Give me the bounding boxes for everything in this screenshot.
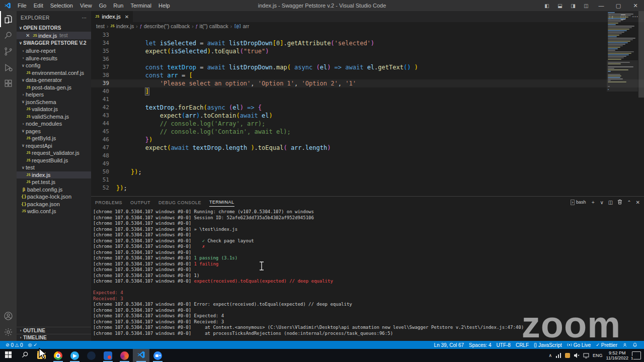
network-icon[interactable] xyxy=(583,352,589,358)
clock[interactable]: 9:52 PM 11/16/2022 xyxy=(606,350,628,360)
close-panel-icon[interactable]: ✕ xyxy=(636,200,640,205)
kill-terminal-icon[interactable] xyxy=(617,199,622,206)
volume-icon[interactable] xyxy=(574,352,580,358)
tree-item-pages[interactable]: ∨pages xyxy=(17,128,91,135)
code-line[interactable]: 49 xyxy=(91,160,644,168)
panel-tab-problems[interactable]: PROBLEMS xyxy=(95,198,122,207)
taskbar-app-app-photos[interactable] xyxy=(116,349,133,362)
language-indicator[interactable]: ENG xyxy=(593,353,603,358)
breadcrumb-item[interactable]: ƒdescribe('') callback xyxy=(140,23,190,29)
code-line[interactable]: 46 }) xyxy=(91,136,644,144)
code-line[interactable]: 34 let isSelected = await listDropDown[0… xyxy=(91,39,644,47)
tree-item-babel-config-js[interactable]: βbabel.config.js xyxy=(17,186,91,194)
tree-item-environmental-conf-js[interactable]: JSenvironmental.conf.js xyxy=(17,69,91,77)
open-editor-item[interactable]: ✕JSindex.jstest xyxy=(17,32,91,39)
taskbar-app-search[interactable] xyxy=(17,349,33,362)
terminal-dropdown-icon[interactable]: ∨ xyxy=(600,200,603,205)
tree-item-allure-report[interactable]: ›allure-report xyxy=(17,47,91,55)
menu-go[interactable]: Go xyxy=(96,0,110,11)
status-utf-8[interactable]: UTF-8 xyxy=(494,342,513,348)
code-line[interactable]: 44 // console.log('Array', arr); xyxy=(91,120,644,128)
tree-item-requestbuild-js[interactable]: JSrequestBuild.js xyxy=(17,157,91,164)
menu-view[interactable]: View xyxy=(76,0,96,11)
taskbar-app-start[interactable] xyxy=(0,349,17,362)
close-button[interactable]: ✕ xyxy=(627,0,644,11)
menu-help[interactable]: Help xyxy=(155,0,174,11)
split-terminal-icon[interactable]: ◫ xyxy=(608,200,613,205)
code-line[interactable]: 52}); xyxy=(91,184,644,192)
tree-item-validschema-js[interactable]: JSvalidSchema.js xyxy=(17,113,91,121)
account-icon[interactable] xyxy=(0,308,17,324)
code-line[interactable]: 37 const textDrop = await listDropDown.m… xyxy=(91,63,644,71)
code-line[interactable]: 51 xyxy=(91,176,644,184)
breadcrumb-item[interactable]: [@]arr xyxy=(234,23,249,29)
code-line[interactable]: 42 textDrop.forEach(async (el) => { xyxy=(91,104,644,112)
toggle-secondary-sidebar-icon[interactable]: ◨ xyxy=(567,3,580,9)
code-line[interactable]: 38 const arr = [ xyxy=(91,71,644,79)
panel-tab-debug-console[interactable]: DEBUG CONSOLE xyxy=(158,198,201,207)
tree-item-node-modules[interactable]: ›node_modules xyxy=(17,120,91,128)
taskbar-app-zoom[interactable] xyxy=(149,349,166,362)
tree-item-test[interactable]: ∨test xyxy=(17,164,91,171)
taskbar-app-app-media[interactable] xyxy=(100,349,116,362)
minimap-viewport[interactable] xyxy=(607,60,638,92)
menu-run[interactable]: Run xyxy=(110,0,127,11)
taskbar-app-telegram[interactable] xyxy=(66,349,83,362)
source-control-icon[interactable] xyxy=(0,43,17,59)
breadcrumb-item[interactable]: ƒit('') callback xyxy=(196,23,228,29)
problems-status[interactable]: ⊘ 0 △ 0 xyxy=(3,342,26,348)
breadcrumb-item[interactable]: JSindex.js xyxy=(110,23,134,29)
minimize-button[interactable]: — xyxy=(593,0,610,11)
action-center-icon[interactable]: 1 xyxy=(632,351,641,359)
minimap[interactable] xyxy=(608,12,637,90)
tab-close-icon[interactable]: ✕ xyxy=(125,14,129,20)
menu-file[interactable]: File xyxy=(14,0,30,11)
tree-item-jsonschema[interactable]: ∨jsonSchema xyxy=(17,99,91,106)
taskbar-app-app-dark[interactable] xyxy=(83,349,100,362)
code-line[interactable]: 33 xyxy=(91,31,644,39)
tray-expand-icon[interactable]: ∧ xyxy=(549,353,552,358)
code-line[interactable]: 45 // console.log('Contain', await el); xyxy=(91,128,644,136)
tray-app-icon[interactable] xyxy=(565,353,570,358)
taskbar-app-chrome[interactable] xyxy=(50,349,66,362)
menu-edit[interactable]: Edit xyxy=(30,0,47,11)
tree-item-package-json[interactable]: {}package.json xyxy=(17,201,91,208)
open-editors-section[interactable]: ∨ OPEN EDITORS xyxy=(17,24,91,32)
code-line[interactable]: 43 expect(arr).toContain(await el) xyxy=(91,112,644,120)
tree-item-index-js[interactable]: JSindex.js xyxy=(17,171,91,179)
tree-item-post-data-gen-js[interactable]: JSpost-data-gen.js xyxy=(17,84,91,92)
code-line[interactable]: 41 xyxy=(91,96,644,104)
taskbar-app-vscode[interactable] xyxy=(133,349,149,362)
breadcrumb-item[interactable]: test xyxy=(96,23,105,29)
extensions-icon[interactable] xyxy=(0,75,17,92)
code-line[interactable]: 36 xyxy=(91,55,644,63)
menu-selection[interactable]: Selection xyxy=(47,0,76,11)
toggle-sidebar-icon[interactable]: ◧ xyxy=(540,3,553,9)
tree-item-getbyid-js[interactable]: JSgetById.js xyxy=(17,135,91,142)
code-line[interactable]: 48 xyxy=(91,152,644,160)
explorer-icon[interactable] xyxy=(0,11,17,27)
status-spaces-4[interactable]: Spaces: 4 xyxy=(466,342,494,348)
tree-item-package-lock-json[interactable]: {}package-lock.json xyxy=(17,193,91,201)
code-line[interactable]: 50 }); xyxy=(91,168,644,176)
settings-gear-icon[interactable] xyxy=(0,324,17,340)
tree-item-validator-js[interactable]: JSvalidator.js xyxy=(17,106,91,113)
tree-item-data-generator[interactable]: ∨data-generator xyxy=(17,76,91,84)
tree-item-pet-test-js[interactable]: JSpet.test.js xyxy=(17,178,91,186)
maximize-panel-icon[interactable]: ⌃ xyxy=(627,200,631,205)
explorer-actions-icon[interactable]: ⋯ xyxy=(82,15,87,21)
maximize-button[interactable]: ▢ xyxy=(610,0,627,11)
code-line[interactable]: 35 expect(isSelected).toEqual("true") xyxy=(91,47,644,55)
menu-terminal[interactable]: Terminal xyxy=(127,0,155,11)
toggle-panel-icon[interactable]: ⬓ xyxy=(553,3,567,9)
code-line[interactable]: 40 ] xyxy=(91,87,644,96)
outline-section[interactable]: › OUTLINE xyxy=(17,327,91,334)
terminal-shell-picker[interactable]: > bash xyxy=(571,200,586,205)
panel-tab-terminal[interactable]: TERMINAL xyxy=(209,198,234,207)
panel-tab-output[interactable]: OUTPUT xyxy=(130,198,150,207)
notifications-bell-icon[interactable] xyxy=(630,342,640,347)
customize-layout-icon[interactable]: ◫ xyxy=(580,3,593,9)
tree-item-allure-results[interactable]: ›allure-results xyxy=(17,55,91,62)
new-terminal-icon[interactable]: ＋ xyxy=(590,199,595,206)
search-icon[interactable] xyxy=(0,27,17,43)
